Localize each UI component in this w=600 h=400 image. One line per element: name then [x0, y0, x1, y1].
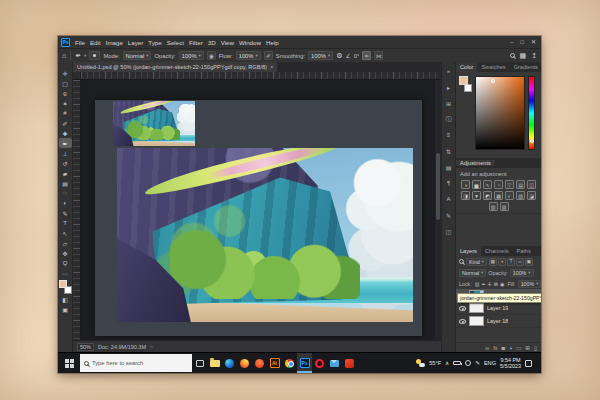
- filter-pixel-icon[interactable]: ▦: [489, 258, 497, 266]
- pen-tool[interactable]: ✎: [59, 208, 72, 218]
- filter-type-icon[interactable]: T: [507, 258, 515, 266]
- menu-view[interactable]: View: [221, 39, 234, 46]
- task-view-button[interactable]: [192, 353, 207, 373]
- taskbar-search-input[interactable]: Type here to search: [80, 354, 192, 372]
- fill-select[interactable]: 100% ▾: [518, 280, 541, 288]
- illustrator-button[interactable]: Ai: [267, 353, 282, 373]
- language-indicator[interactable]: ENG: [484, 360, 496, 366]
- menu-select[interactable]: Select: [167, 39, 184, 46]
- tab-channels[interactable]: Channels: [481, 246, 513, 256]
- home-icon[interactable]: ⌂: [62, 52, 66, 59]
- document-canvas[interactable]: [95, 100, 422, 336]
- opacity-select[interactable]: 100% ▾: [179, 51, 204, 60]
- menu-file[interactable]: File: [75, 39, 85, 46]
- status-chevron-icon[interactable]: >: [150, 344, 153, 350]
- levels-icon[interactable]: ▅: [472, 180, 481, 189]
- menu-help[interactable]: Help: [266, 39, 279, 46]
- invert-icon[interactable]: ◐: [505, 191, 514, 200]
- magic-wand-tool[interactable]: ✶: [59, 98, 72, 108]
- minimize-button[interactable]: –: [510, 39, 513, 45]
- brush-preset-picker[interactable]: [89, 51, 100, 60]
- scrollbar-thumb[interactable]: [436, 153, 440, 221]
- tab-layers[interactable]: Layers: [456, 246, 481, 256]
- delete-layer-icon[interactable]: ▯: [534, 345, 537, 351]
- exposure-icon[interactable]: ◔: [494, 180, 503, 189]
- curves-icon[interactable]: ∿: [483, 180, 492, 189]
- menu-type[interactable]: Type: [148, 39, 161, 46]
- layer-effects-icon[interactable]: fx: [493, 345, 497, 351]
- mail-button[interactable]: [327, 353, 342, 373]
- marquee-tool[interactable]: ▢: [59, 78, 72, 88]
- layer-blend-mode-select[interactable]: Normal ▾: [459, 269, 486, 277]
- workspace-switcher-icon[interactable]: ▦: [520, 52, 527, 60]
- layer-group-icon[interactable]: ▭: [516, 345, 521, 351]
- threshold-icon[interactable]: ◪: [527, 191, 536, 200]
- search-icon[interactable]: [510, 53, 515, 58]
- filter-adjustment-icon[interactable]: ◑: [498, 258, 506, 266]
- search-icon[interactable]: [459, 259, 464, 264]
- hue-saturation-icon[interactable]: ▤: [516, 180, 525, 189]
- hue-slider-marker[interactable]: [530, 139, 534, 143]
- firefox-button[interactable]: [237, 353, 252, 373]
- black-white-icon[interactable]: ◨: [461, 191, 470, 200]
- menu-layer[interactable]: Layer: [128, 39, 143, 46]
- libraries-icon[interactable]: ▸: [443, 82, 454, 92]
- layer-row[interactable]: Layer 19: [456, 302, 541, 315]
- blur-tool[interactable]: ◌: [59, 188, 72, 198]
- properties-icon[interactable]: ≡: [443, 130, 454, 140]
- lock-transparent-icon[interactable]: ▨: [475, 281, 480, 287]
- start-button[interactable]: [58, 353, 80, 373]
- layer-row[interactable]: Layer 18: [456, 315, 541, 328]
- color-picker-marker[interactable]: [491, 79, 495, 83]
- path-selection-tool[interactable]: ↖: [59, 228, 72, 238]
- selective-color-icon[interactable]: ▨: [489, 202, 498, 211]
- gradient-tool[interactable]: ▤: [59, 178, 72, 188]
- pressure-opacity-toggle[interactable]: ◉: [207, 51, 216, 60]
- gear-icon[interactable]: ⚙: [336, 52, 342, 60]
- eraser-tool[interactable]: ▰: [59, 168, 72, 178]
- weather-temperature[interactable]: 55°F: [429, 360, 441, 366]
- foreground-color-swatch[interactable]: [59, 280, 67, 288]
- clone-stamp-tool[interactable]: ⊥: [59, 148, 72, 158]
- expand-panels-icon[interactable]: »: [443, 66, 454, 76]
- layer-mask-icon[interactable]: ◙: [502, 345, 505, 351]
- layer-thumbnail[interactable]: [469, 303, 484, 313]
- zoom-level-field[interactable]: 50%: [77, 343, 94, 351]
- chevron-down-icon[interactable]: ▾: [84, 53, 86, 58]
- channel-mixer-icon[interactable]: ◩: [483, 191, 492, 200]
- clipboard-icon[interactable]: ◫: [443, 226, 454, 236]
- quick-mask-icon[interactable]: ◧: [59, 294, 72, 304]
- menu-window[interactable]: Window: [239, 39, 261, 46]
- tray-chevron-up-icon[interactable]: ∧: [445, 360, 449, 366]
- swap-icon[interactable]: ⇅: [443, 146, 454, 156]
- close-tab-icon[interactable]: ×: [270, 64, 274, 70]
- photo-filter-icon[interactable]: ▼: [472, 191, 481, 200]
- new-layer-icon[interactable]: ⊞: [525, 345, 530, 351]
- toolbar-more[interactable]: ⋯: [59, 268, 72, 278]
- tab-color[interactable]: Color: [456, 62, 477, 72]
- color-balance-icon[interactable]: ◫: [527, 180, 536, 189]
- tray-device-icon[interactable]: [465, 360, 471, 366]
- angle-value[interactable]: 0°: [354, 53, 360, 59]
- symmetry-toggle[interactable]: ⋈: [374, 51, 383, 60]
- taskbar-clock[interactable]: 9:54 PM 5/5/2023: [500, 357, 521, 369]
- brightness-contrast-icon[interactable]: ◑: [461, 180, 470, 189]
- tab-gradients[interactable]: Gradients: [510, 62, 541, 72]
- pressure-size-toggle[interactable]: ✒: [362, 51, 371, 60]
- gradient-map-icon[interactable]: ▥: [500, 202, 509, 211]
- layer-opacity-select[interactable]: 100% ▾: [510, 269, 534, 277]
- visibility-eye-icon[interactable]: [459, 306, 466, 311]
- photoshop-button[interactable]: Ps: [297, 353, 312, 373]
- flow-select[interactable]: 100% ▾: [236, 51, 261, 60]
- lock-pixels-icon[interactable]: ✒: [481, 281, 485, 287]
- posterize-icon[interactable]: ▧: [516, 191, 525, 200]
- weather-icon[interactable]: [416, 359, 425, 367]
- brush-tool-icon[interactable]: ✒: [75, 52, 81, 60]
- layer-thumbnail[interactable]: [469, 316, 484, 326]
- opera-button[interactable]: [312, 353, 327, 373]
- smoothing-select[interactable]: 100% ▾: [308, 51, 333, 60]
- chrome-button[interactable]: [282, 353, 297, 373]
- lock-artboard-icon[interactable]: ⊞: [494, 281, 498, 287]
- maximize-button[interactable]: □: [520, 39, 524, 45]
- vibrance-icon[interactable]: ▽: [505, 180, 514, 189]
